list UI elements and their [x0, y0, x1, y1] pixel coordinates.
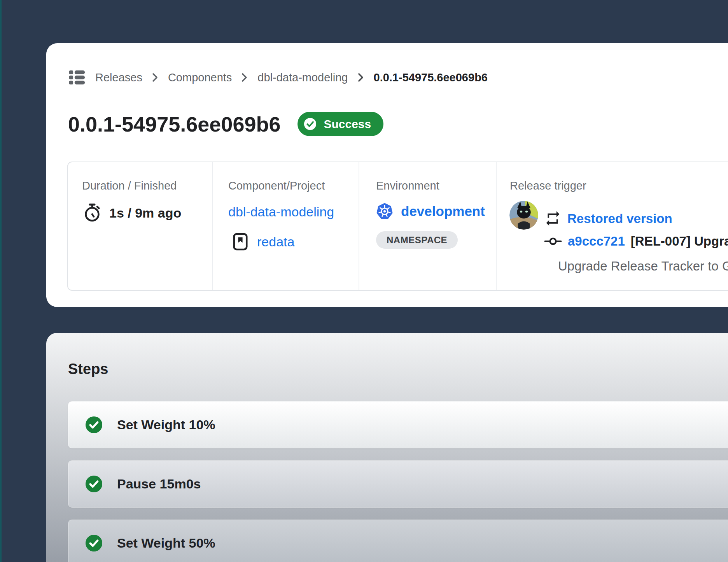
step-row-set-weight-50[interactable]: Set Weight 50%: [68, 520, 728, 562]
repeat-icon: [544, 210, 562, 227]
avatar: [509, 201, 538, 230]
project-link[interactable]: redata: [257, 234, 294, 249]
breadcrumb: Releases Components dbl-data-modeling 0.…: [68, 69, 488, 86]
check-circle-icon: [85, 534, 103, 552]
breadcrumb-item-component-name[interactable]: dbl-data-modeling: [257, 71, 348, 84]
check-circle-icon: [85, 416, 103, 434]
summary-environment-column: Environment: [359, 162, 497, 290]
title-row: 0.0.1-54975.6ee069b6 Success: [68, 112, 383, 136]
component-label: Component/Project: [228, 179, 325, 192]
release-trigger-label: Release trigger: [510, 179, 586, 192]
breadcrumb-item-components[interactable]: Components: [168, 71, 232, 84]
chevron-right-icon: [241, 72, 248, 83]
breadcrumb-item-version: 0.0.1-54975.6ee069b6: [374, 71, 488, 84]
summary-duration-column: Duration / Finished 1s / 9m ago: [68, 162, 213, 290]
environment-label: Environment: [376, 179, 439, 192]
release-summary-panel: Duration / Finished 1s / 9m ago: [67, 162, 728, 291]
breadcrumb-item-releases[interactable]: Releases: [95, 71, 142, 84]
step-row-pause[interactable]: Pause 15m0s: [68, 460, 728, 508]
commit-title: [REL-007] Upgrade: [631, 234, 728, 249]
duration-label: Duration / Finished: [82, 179, 177, 192]
stopwatch-icon: [82, 203, 102, 223]
summary-component-column: Component/Project dbl-data-modeling reda…: [213, 162, 359, 290]
commit-icon: [544, 235, 562, 248]
step-label: Set Weight 50%: [117, 536, 215, 551]
status-badge-label: Success: [324, 118, 371, 131]
duration-value: 1s / 9m ago: [109, 205, 181, 221]
chevron-right-icon: [357, 72, 364, 83]
page-title: 0.0.1-54975.6ee069b6: [68, 112, 280, 136]
check-circle-icon: [85, 475, 103, 493]
kubernetes-icon: [375, 202, 394, 221]
check-circle-icon: [303, 116, 318, 132]
commit-sha-link[interactable]: a9ccc721: [568, 234, 625, 249]
step-label: Pause 15m0s: [117, 476, 201, 492]
commit-description: Upgrade Release Tracker to Go: [558, 259, 728, 274]
steps-list: Set Weight 10% Pause 15m0s Set Weight 50…: [68, 401, 728, 562]
environment-link[interactable]: development: [401, 204, 485, 219]
left-edge-accent: [0, 0, 2, 562]
server-stack-icon: [68, 69, 86, 86]
namespace-badge: NAMESPACE: [376, 231, 458, 249]
release-detail-card: Releases Components dbl-data-modeling 0.…: [46, 43, 728, 307]
book-icon: [231, 232, 250, 252]
component-link[interactable]: dbl-data-modeling: [228, 204, 334, 220]
steps-card: Steps Set Weight 10% Pause 15m0s: [46, 333, 728, 562]
restored-version-link[interactable]: Restored version: [567, 211, 672, 226]
status-badge: Success: [298, 112, 383, 136]
chevron-right-icon: [152, 72, 159, 83]
steps-heading: Steps: [68, 361, 108, 378]
step-row-set-weight-10[interactable]: Set Weight 10%: [68, 401, 728, 448]
step-label: Set Weight 10%: [117, 417, 215, 432]
summary-trigger-column: Release trigger: [497, 162, 728, 290]
